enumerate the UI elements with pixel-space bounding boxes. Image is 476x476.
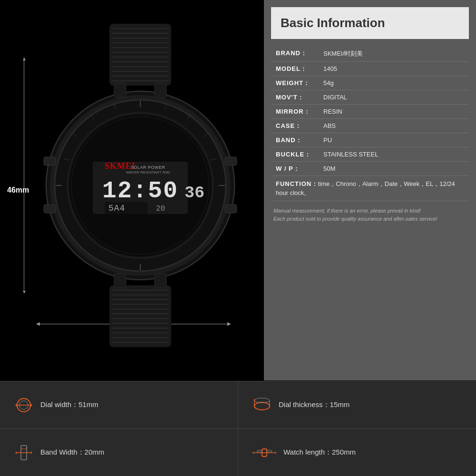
info-row: BUCKLE :STAINLESS STEEL (271, 147, 469, 162)
info-row: W / P :50M (271, 162, 469, 176)
info-row: MODEL :1405 (271, 62, 469, 76)
info-row: BAND :PU (271, 133, 469, 147)
top-section: 46mm ▲ ▼ 51mm ◀ ▶ (0, 0, 476, 381)
info-rows: BRAND :SKMEI/时刻美MODEL :1405WEIGHT :54gMO… (264, 46, 476, 201)
row-label: MIRROR : (276, 108, 323, 115)
svg-text:36: 36 (185, 184, 204, 203)
dial-width-icon (14, 396, 33, 415)
row-label: BAND : (276, 136, 323, 144)
watch-length-label: Watch length：250mm (283, 448, 356, 457)
row-label: BUCKLE : (276, 151, 323, 158)
svg-rect-44 (225, 157, 237, 165)
svg-point-67 (254, 402, 270, 410)
svg-marker-83 (275, 451, 276, 454)
watch-length-cell: Watch length：250mm (238, 429, 476, 476)
row-value: DIGITAL (323, 94, 464, 101)
row-label: WEIGHT : (276, 79, 323, 87)
info-row: BRAND :SKMEI/时刻美 (271, 46, 469, 62)
info-header: Basic Information (271, 7, 469, 39)
svg-rect-48 (114, 273, 126, 288)
watch-area: 46mm ▲ ▼ 51mm ◀ ▶ (0, 0, 264, 380)
watch-image: SKMEI SOLAR POWER WATER RESISTANT 50M 12… (38, 24, 243, 347)
dial-thickness-icon (253, 396, 272, 415)
info-row: MOV'T :DIGITAL (271, 90, 469, 105)
svg-marker-65 (15, 404, 17, 407)
vertical-arrow (24, 57, 24, 290)
row-value: RESIN (323, 108, 464, 115)
svg-marker-82 (253, 451, 253, 454)
row-label: BRAND : (276, 49, 323, 57)
svg-rect-43 (44, 204, 56, 213)
svg-rect-80 (267, 450, 272, 452)
row-value: ABS (323, 122, 464, 129)
svg-rect-47 (155, 83, 166, 97)
info-row: WEIGHT :54g (271, 76, 469, 90)
page-container: 46mm ▲ ▼ 51mm ◀ ▶ (0, 0, 476, 476)
dial-thickness-cell: Dial thickness：15mm (238, 381, 476, 428)
svg-marker-76 (31, 451, 32, 454)
info-disclaimer: Manual measurement, if there is an error… (264, 201, 476, 228)
dial-width-label: Dial width：51mm (40, 400, 98, 409)
row-value: PU (323, 136, 464, 144)
row-label: W / P : (276, 165, 323, 172)
row-label: CASE : (276, 122, 323, 129)
svg-text:SOLAR POWER: SOLAR POWER (131, 165, 165, 170)
svg-text:5A4: 5A4 (108, 204, 125, 213)
info-panel: Basic Information BRAND :SKMEI/时刻美MODEL … (264, 0, 476, 380)
svg-rect-49 (155, 273, 166, 288)
row-label: MOV'T : (276, 94, 323, 101)
bottom-section: Dial width：51mm Dial thickness：15mm (0, 381, 476, 476)
svg-rect-42 (44, 157, 56, 165)
function-row: FUNCTION : time，Chrono，Alarm，Date，Week，E… (271, 176, 469, 201)
dial-thickness-label: Dial thickness：15mm (279, 400, 350, 409)
row-value: STAINLESS STEEL (323, 151, 464, 158)
v-arrow-top: ▲ (22, 56, 27, 61)
svg-rect-79 (257, 450, 262, 452)
band-width-label: Band Width：20mm (40, 448, 104, 457)
svg-rect-45 (225, 204, 237, 213)
svg-rect-46 (114, 83, 126, 97)
svg-marker-75 (15, 451, 17, 454)
bottom-row-2: Band Width：20mm Watch length：250mm (0, 428, 476, 476)
row-value: 1405 (323, 65, 464, 72)
bottom-row-1: Dial width：51mm Dial thickness：15mm (0, 381, 476, 428)
info-row: MIRROR :RESIN (271, 105, 469, 119)
svg-text:20: 20 (156, 204, 165, 213)
disclaimer-line2: Each product sold to provide quality ass… (273, 215, 466, 223)
function-label: FUNCTION : (276, 180, 316, 187)
band-width-icon (14, 443, 33, 462)
watch-length-icon (253, 443, 276, 462)
row-value: 54g (323, 79, 464, 87)
row-label: MODEL : (276, 65, 323, 72)
dial-width-cell: Dial width：51mm (0, 381, 238, 428)
disclaimer-line1: Manual measurement, if there is an error… (273, 207, 466, 215)
svg-text:WATER RESISTANT 50M: WATER RESISTANT 50M (126, 170, 170, 175)
svg-marker-66 (31, 404, 32, 407)
svg-text:12:50: 12:50 (102, 177, 178, 204)
info-title: Basic Information (281, 16, 385, 30)
row-value: SKMEI/时刻美 (323, 49, 464, 58)
band-width-cell: Band Width：20mm (0, 429, 238, 476)
height-label: 46mm (7, 186, 29, 194)
v-arrow-bottom: ▼ (22, 289, 27, 294)
row-value: 50M (323, 165, 464, 172)
info-row: CASE :ABS (271, 119, 469, 133)
